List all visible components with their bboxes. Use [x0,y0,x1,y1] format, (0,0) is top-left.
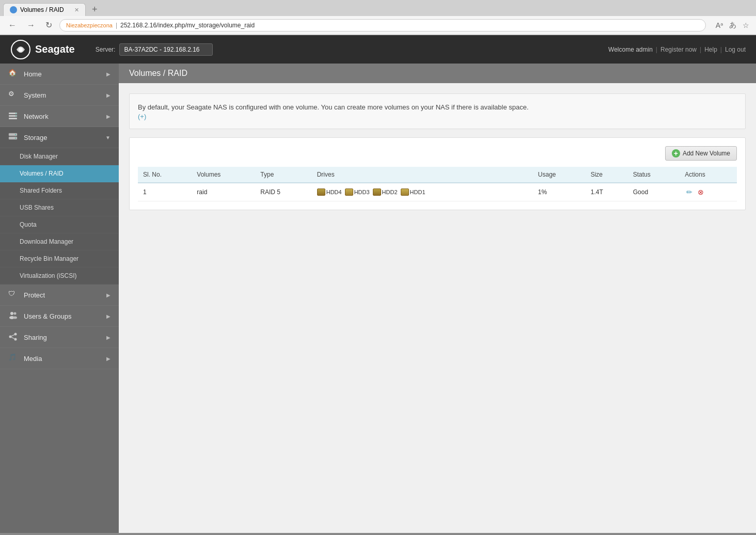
svg-point-16 [9,336,12,338]
register-link[interactable]: Register now [660,46,697,53]
url-box[interactable]: Niezabezpieczona | 252.168.2.16/index.ph… [59,19,706,32]
bookmark-button[interactable]: ☆ [741,19,751,32]
storage-icon [8,132,19,143]
storage-svg-icon [8,132,18,141]
add-icon: + [672,149,680,158]
tab-close-button[interactable]: ✕ [74,7,79,13]
sidebar-item-storage[interactable]: Storage ▼ [0,127,119,148]
info-text: By default, your Seagate NAS is configur… [138,102,737,113]
svg-line-19 [11,337,14,339]
cell-usage: 1% [533,183,586,201]
delete-button[interactable]: ⊗ [696,187,705,197]
hdd1-icon [401,188,409,196]
svg-point-9 [15,134,16,135]
translate-button[interactable]: あ [728,19,738,32]
sidebar-item-label-media: Media [24,355,106,363]
sidebar-item-protect[interactable]: 🛡 Protect ▶ [0,285,119,306]
network-svg-icon [8,111,18,120]
browser-chrome: Volumes / RAID ✕ + ← → ↻ Niezabezpieczon… [0,0,756,35]
sharing-svg-icon [8,332,18,341]
sidebar-item-network[interactable]: Network ▶ [0,106,119,127]
main-layout: 🏠 Home ▶ ⚙ System ▶ [0,64,756,533]
media-icon: 🎵 [8,353,19,364]
logout-link[interactable]: Log out [725,46,746,53]
sidebar-item-shared-folders[interactable]: Shared Folders [0,182,119,199]
storage-submenu: Disk Manager Volumes / RAID Shared Folde… [0,148,119,285]
hdd3-label: HDD3 [354,189,370,195]
sidebar-item-disk-manager[interactable]: Disk Manager [0,148,119,165]
home-icon: 🏠 [8,69,19,79]
chevron-right-icon-protect: ▶ [106,292,111,298]
volumes-table: Sl. No. Volumes Type Drives Usage Size S… [138,167,737,201]
svg-point-11 [10,312,13,315]
page-title: Volumes / RAID [129,69,746,78]
server-select-wrap: Server: BA-37A2DC - 192.168.2.16 [96,43,213,56]
font-size-button[interactable]: Aᵃ [714,19,724,32]
header-row: Sl. No. Volumes Type Drives Usage Size S… [138,167,737,183]
logo: Seagate [10,39,75,60]
users-svg-icon [8,311,18,320]
help-link[interactable]: Help [704,46,717,53]
sidebar-item-download-manager[interactable]: Download Manager [0,233,119,250]
tab-title: Volumes / RAID [20,6,64,13]
app-wrapper: Seagate Server: BA-37A2DC - 192.168.2.16… [0,35,756,533]
hdd1-label: HDD1 [410,189,426,195]
hdd3-icon [345,188,353,196]
url-text: 252.168.2.16/index.php/mv_storage/volume… [120,22,255,29]
app-header: Seagate Server: BA-37A2DC - 192.168.2.16… [0,35,756,64]
chevron-right-icon-network: ▶ [106,114,111,119]
cell-sl-no: 1 [138,183,192,201]
users-icon [8,311,19,321]
svg-point-14 [13,317,17,319]
sidebar-item-label-storage: Storage [24,134,105,141]
content-area: Volumes / RAID By default, your Seagate … [119,64,756,533]
add-new-volume-button[interactable]: + Add New Volume [665,146,737,161]
logo-text: Seagate [35,43,75,55]
sidebar-item-sharing[interactable]: Sharing ▶ [0,327,119,348]
seagate-logo-icon [10,39,31,60]
sidebar-item-volumes-raid[interactable]: Volumes / RAID [0,165,119,182]
protect-icon: 🛡 [8,290,19,300]
content-header: Volumes / RAID [119,64,756,83]
svg-point-17 [14,338,17,341]
server-selector[interactable]: BA-37A2DC - 192.168.2.16 [119,43,213,56]
sidebar-item-quota[interactable]: Quota [0,216,119,233]
table-row: 1 raid RAID 5 HDD4 HDD3 [138,183,737,201]
sidebar-item-media[interactable]: 🎵 Media ▶ [0,348,119,369]
sidebar-item-recycle-bin[interactable]: Recycle Bin Manager [0,250,119,268]
col-size: Size [586,167,628,183]
sidebar: 🏠 Home ▶ ⚙ System ▶ [0,64,119,533]
hdd4-icon [317,188,325,196]
edit-icon: ✏ [686,188,692,196]
cell-drives: HDD4 HDD3 HDD2 HDD1 [312,183,533,201]
sidebar-item-virtualization[interactable]: Virtualization (iSCSI) [0,268,119,285]
expand-link[interactable]: (+) [138,113,146,120]
server-label: Server: [96,46,116,53]
svg-point-15 [14,333,17,336]
network-icon [8,111,19,121]
sidebar-item-label-home: Home [24,70,106,78]
table-body: 1 raid RAID 5 HDD4 HDD3 [138,183,737,201]
sidebar-item-home[interactable]: 🏠 Home ▶ [0,64,119,85]
col-drives: Drives [312,167,533,183]
welcome-text: Welcome admin [608,46,653,53]
edit-button[interactable]: ✏ [685,187,694,197]
drives-cell: HDD4 HDD3 HDD2 HDD1 [317,188,528,196]
hdd2-icon [373,188,381,196]
svg-line-18 [11,335,14,336]
forward-button[interactable]: → [24,19,38,32]
sidebar-item-label-network: Network [24,113,106,120]
svg-point-10 [15,138,16,139]
sidebar-item-label-sharing: Sharing [24,334,106,341]
col-sl-no: Sl. No. [138,167,192,183]
reload-button[interactable]: ↻ [42,19,55,32]
hdd4-label: HDD4 [326,189,342,195]
sidebar-item-label-system: System [24,91,106,99]
new-tab-button[interactable]: + [88,3,102,16]
back-button[interactable]: ← [5,19,20,32]
active-tab[interactable]: Volumes / RAID ✕ [3,3,86,16]
tab-favicon [10,6,17,13]
sidebar-item-users-groups[interactable]: Users & Groups ▶ [0,306,119,327]
sidebar-item-system[interactable]: ⚙ System ▶ [0,85,119,106]
sidebar-item-usb-shares[interactable]: USB Shares [0,199,119,216]
